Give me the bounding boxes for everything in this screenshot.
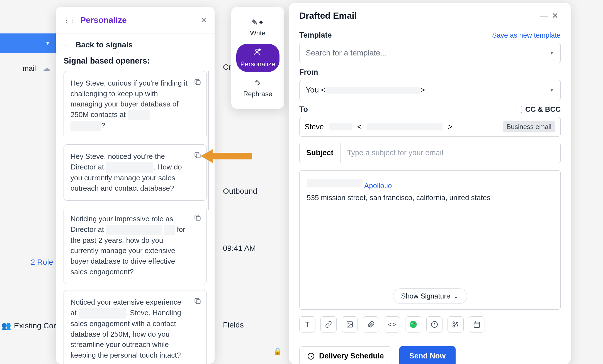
write-action[interactable]: ✎✦ Write bbox=[236, 14, 279, 41]
chevron-down-icon: ▼ bbox=[549, 50, 554, 56]
text-format-button[interactable]: T bbox=[299, 316, 315, 333]
to-input[interactable]: Steve x < x > Business email bbox=[299, 117, 561, 137]
salesforce-icon: ☁ bbox=[43, 64, 50, 73]
svg-rect-1 bbox=[196, 154, 200, 158]
save-template-link[interactable]: Save as new template bbox=[492, 31, 561, 39]
template-select[interactable]: Search for a template... ▼ bbox=[299, 43, 561, 63]
existing-section: 👥 Existing Cor bbox=[1, 321, 56, 330]
opener-card[interactable]: Noticed your extensive experience at xx,… bbox=[64, 290, 207, 364]
write-label: Write bbox=[250, 29, 266, 37]
bg-fields: Fields bbox=[223, 321, 244, 329]
scrollbar[interactable] bbox=[208, 71, 209, 210]
copy-icon[interactable] bbox=[194, 214, 201, 225]
bg-time: 09:41 AM bbox=[223, 244, 256, 253]
opener-card[interactable]: Hey Steve, curious if you're finding it … bbox=[64, 71, 207, 138]
svg-point-12 bbox=[412, 323, 412, 324]
email-body[interactable]: Apollo.io 535 mission street, san franci… bbox=[299, 170, 561, 310]
svg-point-9 bbox=[410, 321, 417, 328]
editor-toolbar: T <> bbox=[299, 316, 561, 333]
copy-icon[interactable] bbox=[194, 78, 201, 89]
svg-rect-2 bbox=[196, 216, 200, 220]
template-label: Template bbox=[299, 31, 332, 40]
clock-icon bbox=[307, 353, 315, 360]
business-email-badge: Business email bbox=[503, 121, 555, 132]
opener-text: Hey Steve, curious if you're finding it … bbox=[70, 79, 188, 130]
email-title: Drafted Email bbox=[299, 11, 538, 21]
back-label: Back to signals bbox=[76, 40, 133, 49]
svg-rect-0 bbox=[196, 81, 200, 84]
send-now-button[interactable]: Send Now bbox=[399, 346, 456, 364]
copy-icon[interactable] bbox=[194, 151, 201, 162]
close-icon[interactable]: ✕ bbox=[549, 11, 561, 20]
personalize-header: ⋮⋮ Personalize ✕ bbox=[56, 7, 215, 33]
openers-heading: Signal based openers: bbox=[56, 52, 215, 71]
from-value: You <x> bbox=[306, 86, 425, 94]
person-sparkle-icon bbox=[254, 48, 262, 58]
rephrase-label: Rephrase bbox=[243, 90, 272, 98]
opener-card[interactable]: Hey Steve, noticed you're the Director a… bbox=[64, 144, 207, 201]
email-footer: Delivery Schedule Send Now bbox=[289, 338, 571, 364]
people-icon: 👥 bbox=[1, 321, 11, 330]
svg-point-18 bbox=[453, 325, 455, 327]
link-button[interactable] bbox=[320, 316, 337, 333]
opener-text: Noticed your extensive experience at xx,… bbox=[70, 298, 181, 359]
attachment-button[interactable] bbox=[363, 316, 379, 333]
chevron-down-icon: ▼ bbox=[45, 40, 50, 46]
bg-cr-text: Cr bbox=[223, 63, 231, 72]
to-field: To CC & BCC Steve x < x > Business email bbox=[299, 105, 561, 137]
checkbox-icon[interactable] bbox=[515, 106, 522, 113]
chevron-down-icon: ⌄ bbox=[453, 292, 459, 300]
bg-selected-tab: ▼ bbox=[0, 33, 56, 53]
pencil-sparkle-icon: ✎✦ bbox=[251, 18, 264, 27]
opener-card[interactable]: Noticing your impressive role as Directo… bbox=[64, 207, 207, 284]
snippet-button[interactable] bbox=[448, 316, 464, 333]
rephrase-action[interactable]: ✎ Rephrase bbox=[236, 75, 279, 102]
template-placeholder: Search for a template... bbox=[306, 48, 387, 57]
svg-point-8 bbox=[348, 323, 349, 324]
svg-point-13 bbox=[414, 323, 415, 324]
angle-close: > bbox=[448, 123, 453, 131]
svg-rect-21 bbox=[474, 322, 480, 327]
arrow-left-icon: ← bbox=[64, 40, 71, 49]
ai-actions-panel: ✎✦ Write Personalize ✎ Rephrase bbox=[231, 7, 284, 109]
personalize-title: Personalize bbox=[80, 15, 201, 25]
copy-icon[interactable] bbox=[194, 297, 201, 308]
from-select[interactable]: You <x> ▼ bbox=[299, 80, 561, 100]
address-text: 535 mission street, san francisco, calif… bbox=[307, 193, 490, 202]
cc-bcc-toggle[interactable]: CC & BCC bbox=[515, 105, 561, 114]
chevron-down-icon: ▼ bbox=[549, 87, 554, 93]
image-button[interactable] bbox=[342, 316, 358, 333]
svg-point-17 bbox=[453, 322, 455, 324]
subject-label: Subject bbox=[300, 143, 341, 163]
subject-input[interactable] bbox=[341, 143, 560, 163]
show-signature-button[interactable]: Show Signature ⌄ bbox=[393, 288, 467, 304]
bg-outbound: Outbound bbox=[223, 187, 257, 196]
edit-sparkle-icon: ✎ bbox=[255, 79, 261, 88]
mail-label: mail bbox=[23, 64, 36, 73]
opener-text: Hey Steve, noticed you're the Director a… bbox=[70, 152, 182, 192]
svg-point-5 bbox=[256, 49, 259, 52]
email-header: Drafted Email — ✕ bbox=[289, 3, 571, 26]
minimize-icon[interactable]: — bbox=[538, 11, 549, 20]
opener-list: Hey Steve, curious if you're finding it … bbox=[56, 71, 215, 364]
to-label: To bbox=[299, 105, 308, 114]
drag-handle-icon[interactable]: ⋮⋮ bbox=[64, 16, 75, 24]
info-button[interactable] bbox=[426, 316, 442, 333]
personalize-panel: ⋮⋮ Personalize ✕ ← Back to signals Signa… bbox=[56, 7, 215, 364]
roles-link[interactable]: 2 Role bbox=[31, 258, 53, 267]
apollo-link[interactable]: Apollo.io bbox=[364, 181, 392, 190]
template-field: Template Save as new template Search for… bbox=[299, 31, 561, 63]
svg-rect-3 bbox=[196, 300, 200, 304]
personalize-label: Personalize bbox=[240, 60, 275, 68]
from-label: From bbox=[299, 68, 318, 77]
ai-assist-button[interactable] bbox=[405, 316, 421, 333]
lock-icon: 🔒 bbox=[273, 347, 282, 356]
delivery-schedule-button[interactable]: Delivery Schedule bbox=[299, 346, 392, 364]
opener-text: Noticing your impressive role as Directo… bbox=[70, 215, 185, 276]
personalize-action[interactable]: Personalize bbox=[236, 44, 279, 72]
calendar-button[interactable] bbox=[469, 316, 485, 333]
code-button[interactable]: <> bbox=[384, 316, 400, 333]
to-name: Steve bbox=[305, 123, 324, 131]
back-to-signals-button[interactable]: ← Back to signals bbox=[56, 33, 215, 52]
close-icon[interactable]: ✕ bbox=[201, 16, 207, 25]
